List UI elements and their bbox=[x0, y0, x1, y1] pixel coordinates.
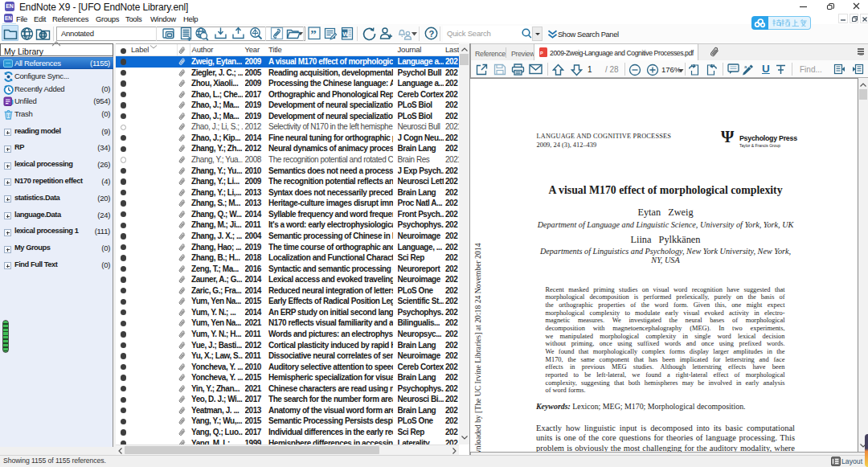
svg-text:?: ? bbox=[429, 29, 435, 39]
svg-text:”: ” bbox=[310, 28, 317, 41]
svg-text:a: a bbox=[744, 64, 747, 69]
svg-text:P: P bbox=[540, 51, 543, 55]
svg-text:W: W bbox=[342, 31, 349, 38]
